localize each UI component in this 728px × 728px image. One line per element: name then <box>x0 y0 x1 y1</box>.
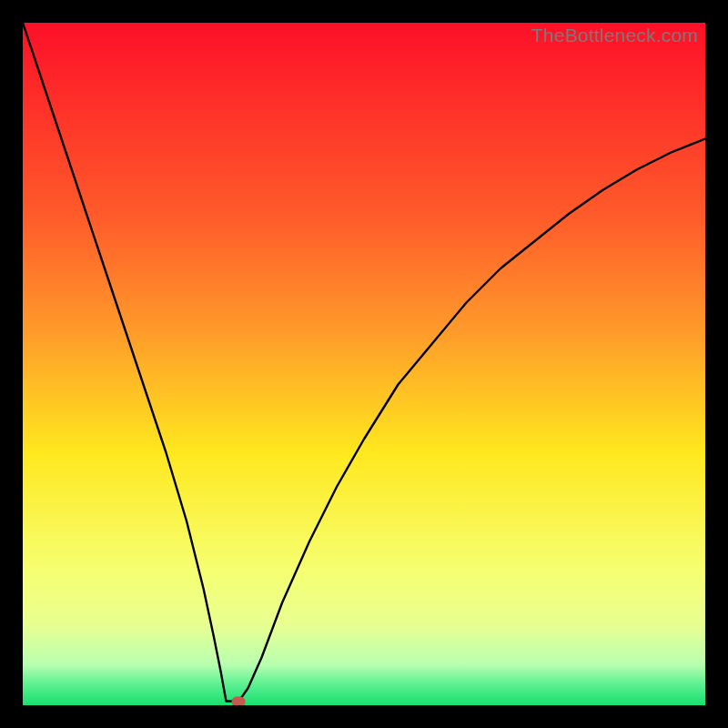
chart-frame: TheBottleneck.com <box>0 0 728 728</box>
curve-layer <box>23 23 705 705</box>
bottleneck-curve <box>23 23 705 702</box>
plot-area: TheBottleneck.com <box>23 23 705 705</box>
optimal-marker <box>232 696 246 705</box>
